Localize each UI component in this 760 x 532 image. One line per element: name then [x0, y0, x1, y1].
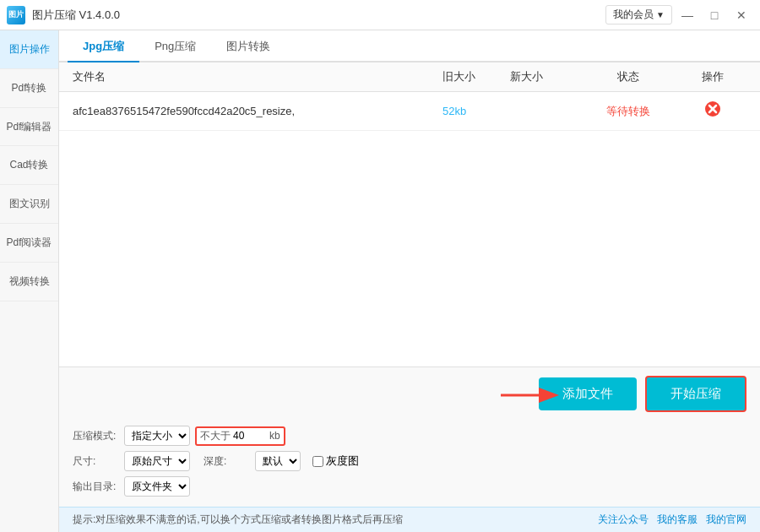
- size-unit-label: kb: [269, 430, 280, 442]
- table-header: 文件名 旧大小 新大小 状态 操作: [59, 62, 760, 92]
- col-action: 操作: [679, 69, 746, 84]
- sidebar-item-pdf-convert[interactable]: Pdf转换: [0, 69, 58, 108]
- tab-jpg[interactable]: Jpg压缩: [68, 32, 139, 62]
- sidebar-item-ocr[interactable]: 图文识别: [0, 185, 58, 224]
- sidebar-item-label-5: Pdf阅读器: [6, 236, 52, 248]
- output-label: 输出目录:: [73, 480, 119, 494]
- close-button[interactable]: ✕: [730, 5, 753, 25]
- tab-convert[interactable]: 图片转换: [211, 32, 285, 62]
- sidebar-item-cad-convert[interactable]: Cad转换: [0, 146, 58, 185]
- tab-bar: Jpg压缩 Png压缩 图片转换: [59, 30, 760, 62]
- tab-png[interactable]: Png压缩: [139, 32, 211, 62]
- sidebar-item-image-ops[interactable]: 图片操作: [0, 30, 58, 69]
- dimension-label: 尺寸:: [73, 454, 119, 469]
- app-title: 图片压缩 V1.4.0.0: [32, 8, 120, 23]
- chevron-down-icon: ▼: [656, 10, 665, 19]
- options-area: 压缩模式: 指定大小 不大于 kb 尺寸: 原始尺寸 深度:: [59, 421, 760, 507]
- link-customer-service[interactable]: 我的客服: [657, 513, 698, 527]
- add-file-button[interactable]: 添加文件: [539, 377, 637, 410]
- col-old-size: 旧大小: [442, 69, 510, 84]
- bottom-panel: 添加文件 开始压缩 压缩模式:: [59, 366, 760, 507]
- member-button[interactable]: 我的会员 ▼: [605, 5, 672, 24]
- sidebar-item-label-0: 图片操作: [9, 43, 50, 55]
- main-container: 图片操作 Pdf转换 Pdf编辑器 Cad转换 图文识别 Pdf阅读器 视频转换…: [0, 30, 760, 532]
- content-area: Jpg压缩 Png压缩 图片转换 文件名 旧大小 新大小 状态 操作 afc1e…: [59, 30, 760, 532]
- title-bar: 图片 图片压缩 V1.4.0.0 我的会员 ▼ — □ ✕: [0, 0, 760, 30]
- title-bar-right: 我的会员 ▼ — □ ✕: [605, 5, 753, 25]
- grayscale-wrap: 灰度图: [312, 453, 359, 469]
- table-row: afc1ea8376515472fe590fccd42a20c5_resize,…: [59, 92, 760, 131]
- output-select[interactable]: 原文件夹: [124, 476, 190, 497]
- action-row: 添加文件 开始压缩: [59, 367, 760, 421]
- size-value-input[interactable]: [233, 430, 267, 442]
- delete-icon-svg: [704, 100, 721, 117]
- output-row: 输出目录: 原文件夹: [73, 476, 746, 497]
- grayscale-label: 灰度图: [326, 453, 359, 469]
- sidebar-item-label-1: Pdf转换: [11, 82, 46, 94]
- status-links: 关注公众号 我的客服 我的官网: [598, 513, 746, 527]
- grayscale-checkbox[interactable]: [312, 456, 323, 467]
- title-bar-left: 图片 图片压缩 V1.4.0.0: [7, 6, 120, 24]
- status-cell: 等待转换: [578, 104, 679, 119]
- minimize-button[interactable]: —: [676, 5, 699, 25]
- col-new-size: 新大小: [510, 69, 578, 84]
- dimension-row: 尺寸: 原始尺寸 深度: 默认 灰度图: [73, 451, 746, 471]
- sidebar-item-label-6: 视频转换: [9, 275, 50, 287]
- old-size-cell: 52kb: [442, 105, 510, 117]
- sidebar-item-label-3: Cad转换: [9, 159, 48, 171]
- start-compress-button[interactable]: 开始压缩: [645, 376, 746, 412]
- file-table: 文件名 旧大小 新大小 状态 操作 afc1ea8376515472fe590f…: [59, 62, 760, 366]
- depth-select[interactable]: 默认: [255, 451, 301, 471]
- sidebar: 图片操作 Pdf转换 Pdf编辑器 Cad转换 图文识别 Pdf阅读器 视频转换: [0, 30, 59, 532]
- app-icon: 图片: [7, 6, 25, 24]
- link-official-website[interactable]: 我的官网: [706, 513, 746, 527]
- sidebar-item-pdf-editor[interactable]: Pdf编辑器: [0, 108, 58, 147]
- compress-mode-row: 压缩模式: 指定大小 不大于 kb: [73, 426, 746, 446]
- col-filename: 文件名: [73, 69, 442, 84]
- compress-mode-select[interactable]: 指定大小: [124, 426, 190, 446]
- dimension-select[interactable]: 原始尺寸: [124, 451, 190, 471]
- file-name-cell: afc1ea8376515472fe590fccd42a20c5_resize,: [73, 105, 442, 117]
- sidebar-item-video-convert[interactable]: 视频转换: [0, 263, 58, 301]
- sidebar-item-label-4: 图文识别: [9, 198, 50, 209]
- col-status: 状态: [578, 69, 679, 84]
- member-label: 我的会员: [613, 8, 654, 22]
- sidebar-item-pdf-reader[interactable]: Pdf阅读器: [0, 224, 58, 263]
- maximize-button[interactable]: □: [703, 5, 726, 25]
- size-not-exceed-label: 不大于: [200, 429, 231, 443]
- compress-mode-label: 压缩模式:: [73, 429, 119, 443]
- delete-button[interactable]: [679, 100, 746, 122]
- sidebar-item-label-2: Pdf编辑器: [6, 121, 52, 133]
- depth-label: 深度:: [204, 454, 250, 469]
- size-input-wrap: 不大于 kb: [195, 426, 285, 446]
- status-bar: 提示:对压缩效果不满意的话,可以换个方式压缩或者转换图片格式后再压缩 关注公众号…: [59, 507, 760, 532]
- link-official-account[interactable]: 关注公众号: [598, 513, 649, 527]
- status-tip: 提示:对压缩效果不满意的话,可以换个方式压缩或者转换图片格式后再压缩: [73, 513, 403, 527]
